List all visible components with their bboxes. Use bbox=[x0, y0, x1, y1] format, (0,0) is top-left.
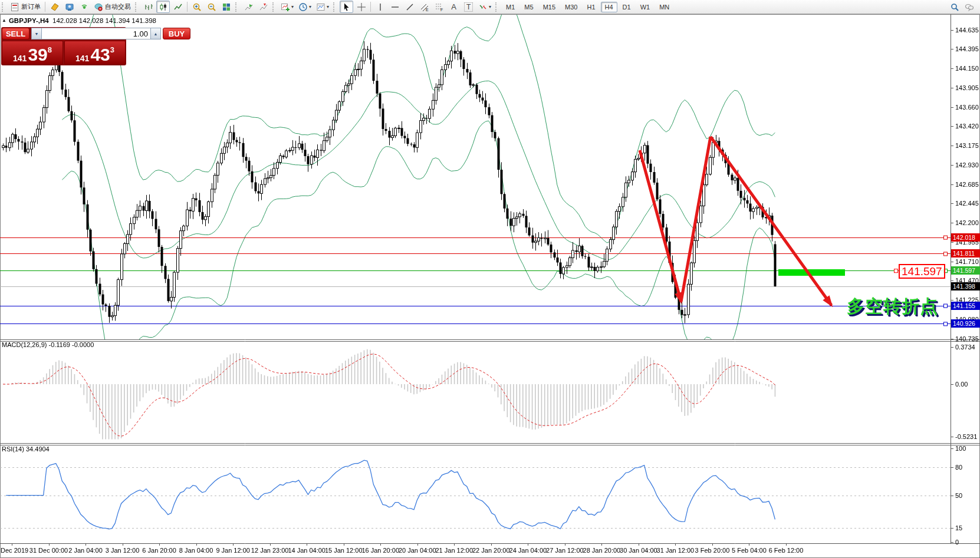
svg-text:E: E bbox=[426, 8, 429, 12]
tile-windows-button[interactable] bbox=[219, 1, 233, 13]
auto-scroll-button[interactable] bbox=[242, 1, 255, 13]
price-axis-tick: 143.420 bbox=[955, 123, 979, 130]
sell-button[interactable]: SELL bbox=[2, 28, 29, 39]
time-axis-label: 21 Jan 12:00 bbox=[435, 547, 473, 554]
chart-shift-icon bbox=[259, 2, 268, 12]
periodicity-icon bbox=[298, 2, 308, 12]
timeframe-m5-button[interactable]: M5 bbox=[520, 2, 537, 12]
price-badge-140.926: 140.926 bbox=[951, 319, 980, 328]
shapes-icon bbox=[478, 2, 488, 12]
time-axis-label: 20 Jan 04:00 bbox=[399, 547, 436, 554]
line-chart-button[interactable] bbox=[171, 1, 185, 13]
equidistant-channel-button[interactable]: E bbox=[417, 1, 431, 13]
sell-price-big: 39 bbox=[28, 47, 47, 63]
indicators-button[interactable]: ▾ bbox=[279, 1, 295, 13]
crosshair-button[interactable] bbox=[354, 1, 368, 13]
one-click-trading-panel: SELL ▼ ▲ BUY 141 39 8 141 43 3 bbox=[1, 27, 126, 65]
timeframe-w1-button[interactable]: W1 bbox=[636, 2, 655, 12]
price-callout-box[interactable]: 141.597 bbox=[899, 264, 945, 279]
time-axis-label: 31 Jan 12:00 bbox=[657, 547, 695, 554]
timeframe-m30-button[interactable]: M30 bbox=[561, 2, 581, 12]
line-chart-icon bbox=[173, 2, 183, 12]
vertical-line-button[interactable] bbox=[373, 1, 387, 13]
volume-stepper: ▼ ▲ bbox=[31, 28, 161, 39]
ohlc-values: 142.028 142.028 141.394 141.398 bbox=[52, 17, 156, 24]
new-order-button[interactable]: 新订单 bbox=[8, 1, 42, 13]
periodicity-button[interactable]: ▾ bbox=[297, 1, 313, 13]
signals-button[interactable] bbox=[63, 1, 76, 13]
timeframe-d1-button[interactable]: D1 bbox=[619, 2, 635, 12]
buy-price-tile[interactable]: 141 43 3 bbox=[64, 41, 126, 65]
market-button[interactable] bbox=[48, 1, 61, 13]
auto-trading-label: 自动交易 bbox=[105, 2, 131, 11]
chart-canvas[interactable] bbox=[0, 0, 980, 558]
chat-button[interactable] bbox=[962, 1, 976, 13]
timeframe-m1-button[interactable]: M1 bbox=[502, 2, 519, 12]
label-tool-button[interactable]: T bbox=[462, 1, 475, 13]
timeframe-mn-button[interactable]: MN bbox=[655, 2, 673, 12]
label-icon: T bbox=[464, 2, 473, 12]
fibonacci-button[interactable]: F bbox=[432, 1, 446, 13]
chinese-note-text[interactable]: 多空转折点 bbox=[847, 295, 938, 319]
toolbar-grip bbox=[2, 2, 6, 12]
zoom-out-icon bbox=[207, 2, 216, 12]
price-axis-tick: 142.200 bbox=[955, 219, 979, 226]
volume-input[interactable] bbox=[42, 28, 150, 39]
toolbar-separator bbox=[45, 2, 45, 12]
timeframe-h4-button[interactable]: H4 bbox=[601, 2, 617, 12]
chat-icon bbox=[965, 2, 974, 12]
crosshair-icon bbox=[357, 2, 366, 12]
chart-header: ▲GBPJPY-,H4 142.028 142.028 141.394 141.… bbox=[2, 17, 156, 24]
equidistant-channel-icon: E bbox=[420, 2, 429, 12]
text-tool-button[interactable]: A bbox=[447, 1, 461, 13]
horizontal-line-button[interactable] bbox=[388, 1, 402, 13]
toolbar-grip bbox=[135, 2, 139, 12]
volume-up-button[interactable]: ▲ bbox=[150, 28, 161, 39]
macd-values: -0.1169 -0.0000 bbox=[48, 341, 94, 348]
sell-price-tile[interactable]: 141 39 8 bbox=[2, 41, 63, 65]
bars-chart-button[interactable] bbox=[142, 1, 155, 13]
auto-trading-button[interactable]: 自动交易 bbox=[92, 1, 133, 13]
cursor-button[interactable] bbox=[340, 1, 353, 13]
toolbar-grip bbox=[235, 2, 239, 12]
macd-axis-tick: -0.5231 bbox=[955, 433, 977, 440]
time-axis-label: 22 Jan 20:00 bbox=[472, 547, 510, 554]
price-badge-141.398: 141.398 bbox=[951, 282, 980, 290]
buy-button[interactable]: BUY bbox=[163, 28, 190, 39]
rsi-pane-label: RSI(14) 34.4904 bbox=[2, 445, 50, 453]
new-order-icon bbox=[10, 2, 19, 12]
vertical-line-icon bbox=[376, 2, 385, 12]
price-badge-141.597: 141.597 bbox=[951, 266, 980, 275]
candlestick-chart-button[interactable] bbox=[156, 1, 170, 13]
time-axis-label: 3 Jan 12:00 bbox=[106, 547, 140, 554]
auto-trading-icon bbox=[94, 2, 103, 12]
shapes-button[interactable]: ▾ bbox=[476, 1, 493, 13]
price-axis-tick: 142.685 bbox=[955, 181, 979, 188]
timeframe-group: M1M5M15M30H1H4D1W1MN bbox=[501, 2, 674, 12]
market-icon bbox=[50, 2, 60, 12]
timeframe-h1-button[interactable]: H1 bbox=[583, 2, 599, 12]
price-axis-tick: 142.445 bbox=[955, 200, 979, 207]
indicators-icon bbox=[281, 2, 290, 12]
time-axis-label: 2 Jan 04:00 bbox=[68, 547, 103, 554]
toolbar-separator bbox=[370, 2, 371, 12]
zoom-in-button[interactable] bbox=[190, 1, 203, 13]
price-axis-tick: 143.175 bbox=[955, 142, 979, 149]
macd-axis-tick: 0.3734 bbox=[955, 344, 975, 351]
volume-down-button[interactable]: ▼ bbox=[31, 28, 42, 39]
toolbar-grip bbox=[495, 2, 499, 12]
vps-button[interactable] bbox=[77, 1, 91, 13]
search-button[interactable] bbox=[948, 1, 961, 13]
buy-price-sup: 3 bbox=[110, 41, 114, 59]
trendline-button[interactable] bbox=[403, 1, 416, 13]
zoom-out-button[interactable] bbox=[205, 1, 218, 13]
price-axis-tick: 144.150 bbox=[955, 65, 979, 72]
chart-shift-button[interactable] bbox=[256, 1, 270, 13]
collapse-panel-icon[interactable]: ▲ bbox=[2, 18, 6, 23]
tile-windows-icon bbox=[222, 2, 231, 12]
sell-price-sup: 8 bbox=[48, 41, 52, 59]
timeframe-m15-button[interactable]: M15 bbox=[539, 2, 560, 12]
price-axis-tick: 142.930 bbox=[955, 161, 979, 169]
templates-button[interactable]: ▾ bbox=[314, 1, 331, 13]
time-axis-label: 15 Jan 12:00 bbox=[325, 547, 363, 554]
